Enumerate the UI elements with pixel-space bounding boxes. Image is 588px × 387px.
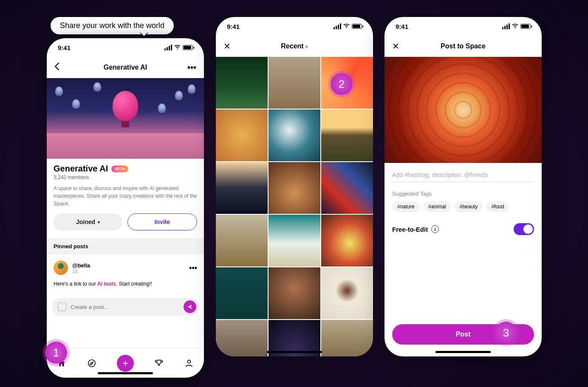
- grid-image[interactable]: [321, 267, 373, 319]
- grid-image[interactable]: [269, 267, 320, 319]
- profile-icon[interactable]: [184, 358, 194, 368]
- status-time: 9:41: [58, 44, 71, 51]
- status-bar: 9:41: [216, 17, 373, 36]
- status-icons: [164, 44, 193, 51]
- svg-point-0: [88, 359, 96, 367]
- compass-icon[interactable]: [87, 358, 97, 368]
- grid-image[interactable]: [269, 215, 320, 266]
- create-button[interactable]: +: [117, 355, 134, 372]
- grid-image[interactable]: [321, 215, 373, 266]
- grid-image[interactable]: [269, 162, 320, 214]
- close-icon[interactable]: ✕: [223, 41, 231, 51]
- title-bar: ✕ Post to Space: [384, 36, 542, 57]
- grid-image[interactable]: [216, 109, 268, 161]
- space-name: Generative AI: [54, 164, 108, 174]
- page-title: Post to Space: [441, 42, 486, 50]
- status-bar: 9:41: [384, 17, 542, 36]
- grid-image[interactable]: [216, 162, 268, 214]
- caption-input[interactable]: [392, 168, 534, 182]
- post-link[interactable]: AI tools: [97, 281, 116, 287]
- grid-image[interactable]: [216, 57, 268, 109]
- grid-image[interactable]: [321, 320, 373, 356]
- grid-image[interactable]: [216, 267, 268, 319]
- battery-icon: [183, 45, 193, 50]
- grid-image[interactable]: [321, 162, 373, 214]
- members-count: 3,242 members: [54, 174, 197, 180]
- tag-chip[interactable]: #nature: [392, 201, 420, 212]
- grid-image[interactable]: [216, 215, 268, 266]
- pinned-post: @bella 1d ••• Here's a link to our AI to…: [47, 255, 204, 293]
- post-more-icon[interactable]: •••: [189, 264, 197, 272]
- battery-icon: [520, 24, 531, 29]
- joined-button[interactable]: Joined▾: [54, 213, 122, 230]
- title-bar: ✕ Recent▾: [216, 36, 373, 57]
- grid-image[interactable]: [269, 109, 320, 161]
- free-to-edit-label: Free-to-Edit: [392, 226, 428, 233]
- chevron-down-icon: ▾: [305, 44, 308, 49]
- avatar[interactable]: [54, 261, 68, 275]
- chevron-down-icon: ▾: [98, 220, 100, 224]
- home-indicator: [267, 351, 322, 353]
- image-preview: [384, 57, 542, 163]
- home-indicator: [98, 372, 153, 374]
- tag-chip[interactable]: #beauty: [455, 201, 483, 212]
- title-bar: Generative AI •••: [47, 57, 204, 78]
- wifi-icon: [343, 23, 350, 30]
- back-icon[interactable]: [54, 63, 59, 73]
- status-time: 9:41: [227, 23, 240, 30]
- signal-icon: [334, 23, 341, 29]
- space-hero-image: [47, 78, 204, 159]
- pinned-posts-header: Pinned posts: [47, 238, 204, 255]
- post-timestamp: 1d: [72, 269, 90, 274]
- status-icons: [502, 23, 531, 30]
- grid-image[interactable]: [216, 320, 268, 356]
- beta-badge: BETA: [111, 165, 128, 172]
- svg-point-1: [187, 360, 190, 363]
- phone-post-to-space: 9:41 ✕ Post to Space Suggested Tags #nat…: [384, 17, 542, 356]
- wifi-icon: [174, 44, 181, 51]
- free-to-edit-toggle[interactable]: [514, 223, 534, 235]
- signal-icon: [164, 45, 172, 50]
- post-username[interactable]: @bella: [72, 262, 90, 269]
- tag-chip[interactable]: #food: [486, 201, 509, 212]
- close-icon[interactable]: ✕: [392, 41, 399, 51]
- invite-button[interactable]: Invite: [127, 213, 197, 230]
- info-icon[interactable]: i: [431, 225, 439, 233]
- picker-title[interactable]: Recent▾: [281, 42, 308, 50]
- wifi-icon: [512, 23, 519, 30]
- tags-row: #nature #animal #beauty #food: [392, 201, 534, 212]
- suggested-tags-label: Suggested Tags: [392, 191, 534, 197]
- image-grid: [216, 57, 373, 356]
- grid-image[interactable]: [321, 109, 373, 161]
- image-icon[interactable]: [58, 303, 66, 311]
- signal-icon: [502, 23, 510, 29]
- step-badge-2: 2: [331, 73, 353, 95]
- post-composer[interactable]: [52, 298, 199, 316]
- step-badge-3: 3: [495, 322, 517, 344]
- tag-chip[interactable]: #animal: [423, 201, 451, 212]
- status-time: 9:41: [396, 23, 408, 30]
- space-description: A space to share, discuss and inspire wi…: [54, 185, 197, 208]
- step-badge-1: 1: [45, 342, 67, 364]
- battery-icon: [352, 24, 362, 29]
- tooltip-bubble: Share your work with the world: [50, 16, 175, 35]
- phone-space-detail: 9:41 Generative AI ••• Generative AI BET…: [47, 38, 204, 378]
- trophy-icon[interactable]: [154, 358, 164, 368]
- phone-image-picker: 9:41 ✕ Recent▾: [216, 17, 373, 356]
- composer-input[interactable]: [71, 304, 179, 310]
- status-bar: 9:41: [47, 38, 204, 57]
- grid-image[interactable]: [269, 57, 320, 109]
- send-button[interactable]: [184, 300, 196, 313]
- post-text-tail: . Start creating!!: [116, 281, 152, 287]
- more-icon[interactable]: •••: [187, 63, 196, 73]
- page-title: Generative AI: [104, 64, 147, 71]
- status-icons: [334, 23, 362, 30]
- home-indicator: [435, 351, 491, 353]
- post-text: Here's a link to our: [54, 281, 97, 287]
